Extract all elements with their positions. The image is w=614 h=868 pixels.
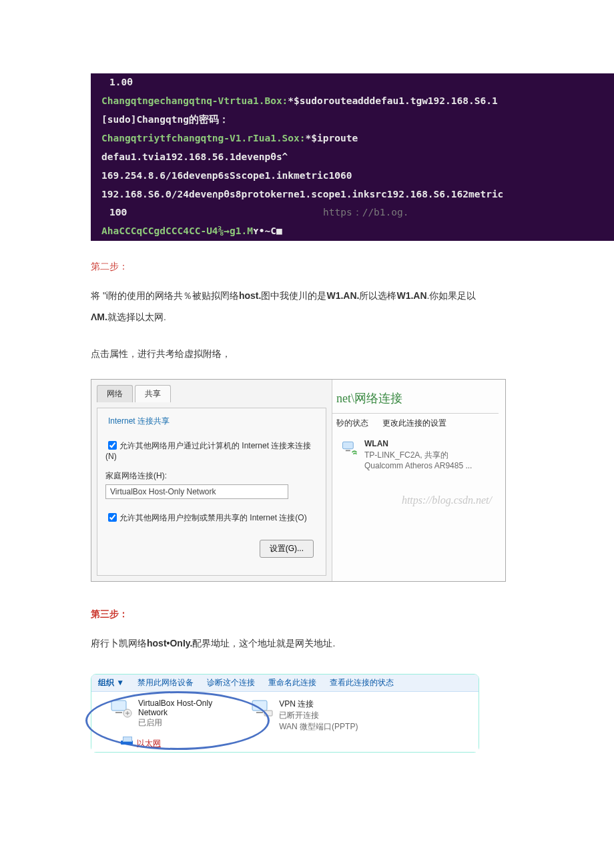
net-connections-figure: 组织 ▼ 禁用此网络设备 诊断这个连接 重命名此连接 查看此连接的状态 Virt… <box>91 674 523 753</box>
home-network-select[interactable]: VirtualBox Host-Only Network <box>105 484 288 499</box>
svg-rect-0 <box>343 442 354 449</box>
share-dialog: 网络 共享 Internet 连接共享 允许其他网络用户通过此计算机的 Inte… <box>91 379 506 582</box>
wlan-icon <box>340 438 359 457</box>
term-line: [sudo]Changqtng的密码： <box>91 111 614 129</box>
computer-icon <box>121 741 133 745</box>
view-status-link[interactable]: 查看此连接的状态 <box>330 677 394 689</box>
wlan-item[interactable]: WLAN TP-LINK_FC2A, 共享的 Qualcomm Atheros … <box>332 433 499 477</box>
home-network-label: 家庭网络连接(H): <box>105 470 318 482</box>
step2-heading: 第二步： <box>91 261 523 273</box>
step2-para2: 点击属性，进行共考给虚拟附络， <box>91 343 523 364</box>
checkbox-icon[interactable] <box>108 441 117 450</box>
tab-share[interactable]: 共享 <box>135 385 171 402</box>
term-line: 169.254.8.6/16devenp6sSscope1.inkmetric1… <box>91 167 614 185</box>
tab-network[interactable]: 网络 <box>97 385 133 402</box>
term-line: 192.168.S6.Θ/24deve∩pθs8protokerne1.scop… <box>91 185 614 204</box>
terminal-block: 1.0θ Changqtngechangqtnq-Vtrtua1.Box:*$s… <box>91 73 614 241</box>
diagnose-link[interactable]: 诊断这个连接 <box>207 677 255 689</box>
settings-button[interactable]: 设置(G)... <box>260 540 314 558</box>
term-line: Changqtngechangqtnq-Vtrtua1.Box:*$sudoro… <box>91 92 614 111</box>
step2-para1: 将 "i附的使用的网络共％被贴拟罔络host.图中我使川的是W1.AN.所以选栙… <box>91 285 523 328</box>
disable-device-link[interactable]: 禁用此网络设备 <box>137 677 194 689</box>
allow-control-checkbox[interactable]: 允许其他网络用户控制或禁用共享的 Internet 连接(O) <box>105 511 318 524</box>
dialog-right: net\网络连接 䩖的状态 更改此连接的设置 WLAN TP-LINK_FC2A… <box>332 380 505 581</box>
highlight-circle <box>85 691 270 750</box>
term-line: AhaCCCqCCgdCCC4CC-U4⅜→g1.Mʏ•~C■ <box>91 222 614 241</box>
right-toolbar: 䩖的状态 更改此连接的设置 <box>332 413 499 433</box>
right-title: net\网络连接 <box>332 386 499 413</box>
organize-menu[interactable]: 组织 ▼ <box>98 677 124 689</box>
rename-link[interactable]: 重命名此连接 <box>268 677 316 689</box>
step3-heading: 第三步： <box>91 608 523 620</box>
term-line: 1.0θ <box>91 73 614 92</box>
term-line: 1ΘΘhttps：//b1.og. <box>91 203 614 222</box>
allow-connect-checkbox[interactable]: 允许其他网络用户通过此计算机的 Internet 连接来连接(N) <box>105 439 318 461</box>
fieldset-legend: Internet 连接共享 <box>105 416 172 427</box>
term-line: defau1.tvia192.168.56.1devenpθs^ <box>91 148 614 167</box>
dialog-left: 网络 共享 Internet 连接共享 允许其他网络用户通过此计算机的 Inte… <box>91 380 332 581</box>
step3-para1: 府行卜凯网络host•OnIy.配界坳址，这个地址就是网关地址. <box>91 632 523 654</box>
svg-rect-1 <box>346 450 350 451</box>
watermark: https://blog.csdn.net/ <box>332 477 499 512</box>
net-toolbar: 组织 ▼ 禁用此网络设备 诊断这个连接 重命名此连接 查看此连接的状态 <box>91 675 479 692</box>
checkbox-icon[interactable] <box>108 513 117 522</box>
term-line: Changqtriytfchangqtng-V1.rIua1.Sox:*$ipr… <box>91 129 614 148</box>
change-settings-link[interactable]: 更改此连接的设置 <box>382 418 446 428</box>
